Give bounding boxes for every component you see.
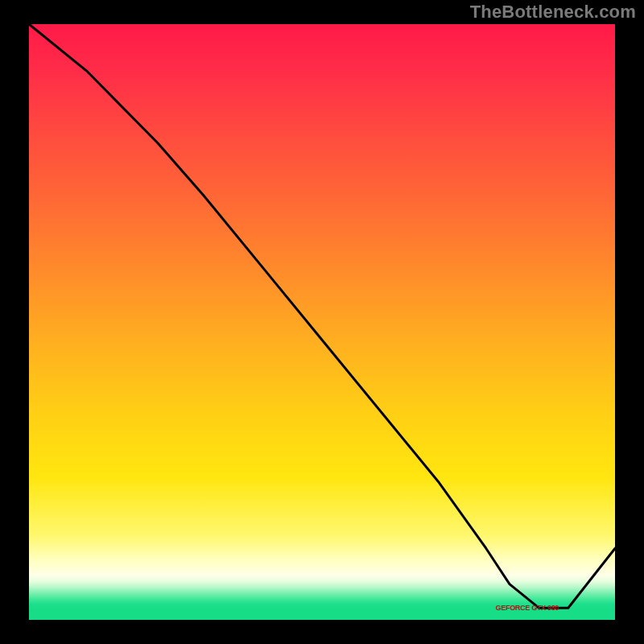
chart-stage: TheBottleneck.com GEFORCE GTX 980	[0, 0, 644, 644]
watermark-text: TheBottleneck.com	[470, 2, 636, 23]
gpu-marker-label: GEFORCE GTX 980	[496, 604, 559, 612]
plot-frame: GEFORCE GTX 980	[29, 24, 615, 620]
bottleneck-curve	[29, 24, 615, 620]
